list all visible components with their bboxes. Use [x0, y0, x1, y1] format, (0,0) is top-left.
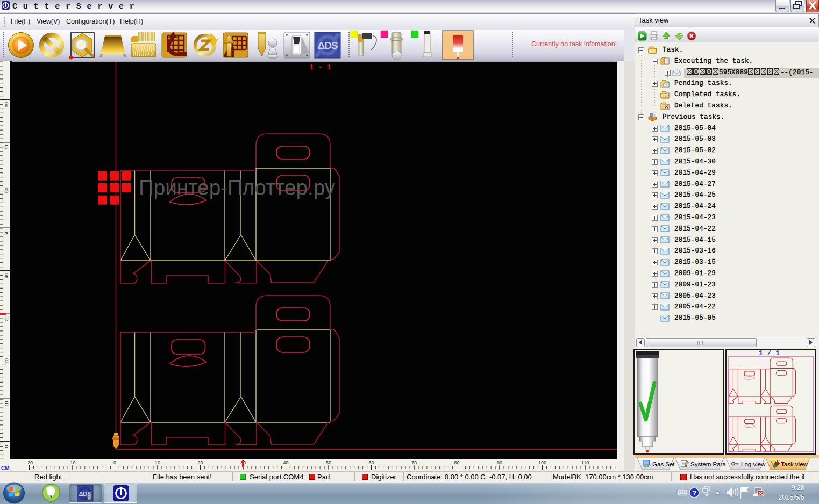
svg-text:100: 100 — [538, 460, 546, 465]
svg-text:110: 110 — [581, 460, 589, 465]
svg-text:60: 60 — [368, 460, 374, 465]
svg-text:1 - 1: 1 - 1 — [309, 63, 331, 71]
svg-text:80: 80 — [454, 460, 459, 465]
svg-text:70: 70 — [411, 460, 417, 465]
svg-text:-20: -20 — [26, 460, 33, 465]
svg-text:10: 10 — [155, 460, 160, 465]
svg-text:90: 90 — [497, 460, 502, 465]
svg-text:-10: -10 — [68, 460, 75, 465]
svg-text:Принтер-Плоттер.ру: Принтер-Плоттер.ру — [139, 175, 335, 200]
svg-text:1 / 1: 1 / 1 — [759, 350, 780, 357]
svg-text:CM: CM — [1, 465, 10, 471]
svg-text:50: 50 — [326, 460, 331, 465]
svg-text:20: 20 — [197, 460, 203, 465]
svg-text:0: 0 — [113, 460, 116, 465]
svg-text:?: ? — [692, 489, 696, 497]
svg-text:40: 40 — [283, 460, 288, 465]
